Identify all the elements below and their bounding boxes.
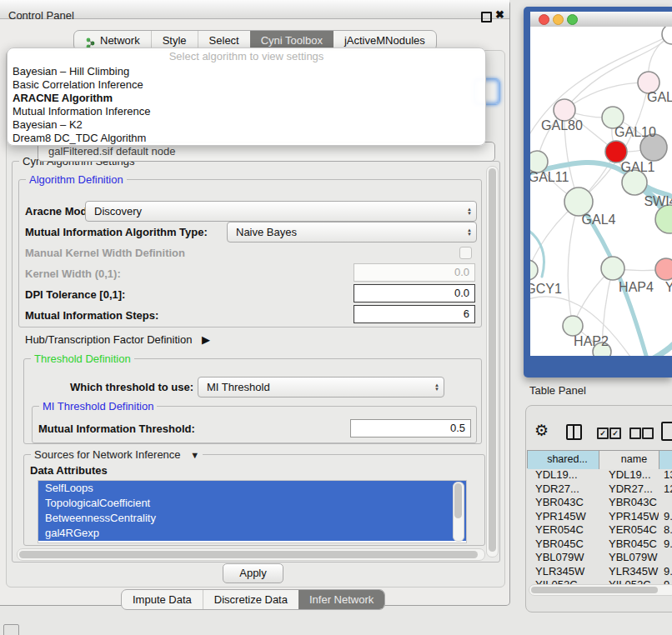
table-cell: YIL052C — [599, 578, 659, 584]
table-hscrollbar-thumb[interactable] — [531, 587, 658, 593]
network-node-hap4[interactable] — [601, 257, 624, 280]
column-divider — [573, 426, 574, 438]
attribute-item-gal4rgexp[interactable]: gal4RGexp — [38, 526, 466, 541]
network-node-label: GAL4 — [582, 212, 616, 227]
gear-icon[interactable]: ⚙ — [534, 421, 549, 440]
network-node-label: GAL1 — [621, 160, 655, 174]
chevron-down-icon: ▼ — [190, 450, 199, 460]
algorithm-item-basic-correlation-inference[interactable]: Basic Correlation Inference — [8, 78, 485, 92]
settings-vscrollbar[interactable] — [486, 166, 499, 558]
combo-arrows-icon: ▲▼ — [430, 383, 444, 392]
table-cell: YDL19... — [599, 468, 659, 482]
network-node-hap2[interactable] — [563, 316, 583, 336]
table-row[interactable]: YLR345WYLR345W9. — [527, 565, 672, 579]
network-node-unlabeled[interactable] — [655, 205, 672, 233]
cyni-mode-tabbar: Impute DataDiscretize DataInfer Network — [121, 589, 385, 610]
zoom-traffic-icon[interactable] — [567, 14, 578, 25]
algorithm-item-aracne-algorithm[interactable]: ARACNE Algorithm — [8, 92, 485, 105]
mi-threshold-field[interactable]: 0.5 — [350, 419, 471, 438]
settings-hscrollbar[interactable] — [17, 548, 485, 561]
table-body: YDL19...YDL19...13YDR27...YDR27...12YBR0… — [527, 468, 672, 584]
table-cell: YBR043C — [527, 496, 599, 510]
apply-button[interactable]: Apply — [223, 563, 283, 583]
table-row[interactable]: YDL19...YDL19...13 — [527, 468, 672, 482]
tab-infer-network[interactable]: Infer Network — [298, 590, 384, 609]
kernel-width-label: Kernel Width (0,1): — [25, 268, 121, 280]
table-cell: 9. — [659, 538, 672, 552]
table-row[interactable]: YER054CYER054C8. — [527, 523, 672, 538]
dpi-tolerance-field[interactable]: 0.0 — [354, 284, 475, 302]
network-node-gal4[interactable] — [564, 188, 593, 216]
network-window-titlebar[interactable] — [530, 12, 672, 28]
hub-definition-toggle[interactable]: Hub/Transcription Factor Definition ▶ — [25, 333, 210, 346]
table-cell: YLR345W — [599, 565, 659, 579]
column-header-a[interactable]: A — [659, 451, 672, 469]
network-node-gcy1[interactable] — [530, 260, 538, 280]
sources-legend[interactable]: Sources for Network Inference ▼ — [31, 448, 203, 461]
table-row[interactable]: YIL052CYIL052C9. — [527, 578, 672, 584]
table-row[interactable]: YPR145WYPR145W9. — [527, 510, 672, 524]
table-cell: YDR27... — [527, 482, 599, 497]
table-row[interactable]: YBR045CYBR045C9. — [527, 538, 672, 552]
algorithm-item-dream8-dc-tdc-algorithm[interactable]: Dream8 DC_TDC Algorithm — [8, 132, 485, 145]
column-header-shared[interactable]: shared... — [528, 451, 599, 469]
network-node-label: GAL80 — [541, 118, 583, 132]
deselect-all-checkbox-icon[interactable] — [629, 428, 641, 439]
manual-kernel-checkbox[interactable] — [459, 247, 472, 259]
table-cell: YER054C — [527, 523, 599, 538]
algorithm-list: Bayesian – Hill ClimbingBasic Correlatio… — [8, 65, 485, 145]
algorithm-item-mutual-information-inference[interactable]: Mutual Information Inference — [8, 105, 485, 118]
network-graph[interactable]: GALGAL80GAL10GAL1GAL11SWI4GAL4GCY1HAP4YH… — [530, 27, 672, 356]
table-hscrollbar[interactable] — [529, 584, 672, 596]
table-cell: YIL052C — [527, 578, 599, 584]
attribute-item-selfloops[interactable]: SelfLoops — [38, 481, 466, 496]
table-cell — [659, 551, 672, 565]
table-row[interactable]: YBL079WYBL079W — [527, 551, 672, 565]
table-cell: 8. — [659, 523, 672, 538]
table-row[interactable]: YBR043CYBR043C — [527, 496, 672, 510]
column-header-name[interactable]: name — [599, 451, 659, 469]
which-threshold-combo[interactable]: MI Threshold ▲▼ — [198, 377, 444, 398]
settings-hscrollbar-thumb[interactable] — [19, 551, 478, 558]
table-header-row: shared...nameA — [527, 450, 672, 468]
dock-panel-icon[interactable] — [3, 624, 19, 635]
chevron-right-icon: ▶ — [202, 333, 210, 346]
threshold-definition-legend: Threshold Definition — [31, 352, 134, 365]
table-cell: YDR27... — [599, 482, 659, 497]
kernel-width-field[interactable]: 0.0 — [354, 263, 475, 282]
attribute-item-topologicalcoefficient[interactable]: TopologicalCoefficient — [38, 496, 466, 511]
table-cell: YER054C — [599, 523, 659, 538]
data-attributes-list[interactable]: SelfLoopsTopologicalCoefficientBetweenne… — [38, 480, 467, 543]
algorithm-item-bayesian-hill-climbing[interactable]: Bayesian – Hill Climbing — [8, 65, 485, 78]
aracne-mode-combo[interactable]: Discovery ▲▼ — [85, 201, 477, 222]
network-node-y[interactable] — [655, 258, 672, 280]
mi-threshold-label: Mutual Information Threshold: — [38, 422, 195, 435]
attribute-item-betweennesscentrality[interactable]: BetweennessCentrality — [38, 511, 466, 526]
network-canvas[interactable]: GALGAL80GAL10GAL1GAL11SWI4GAL4GCY1HAP4YH… — [530, 27, 672, 356]
select-all-checkbox-icon[interactable]: ✓ — [597, 428, 609, 439]
select-all-checkbox-icon[interactable]: ✓ — [609, 428, 621, 439]
mi-steps-field[interactable]: 6 — [354, 305, 475, 323]
control-panel-titlebar[interactable] — [0, 0, 509, 19]
network-edge — [568, 202, 579, 326]
close-icon[interactable]: ✖ — [495, 8, 504, 21]
deselect-all-checkbox-icon[interactable] — [642, 428, 654, 439]
algorithm-item-bayesian-k2[interactable]: Bayesian – K2 — [8, 118, 485, 132]
minimize-traffic-icon[interactable] — [553, 14, 564, 25]
mi-type-combo[interactable]: Naive Bayes ▲▼ — [227, 222, 477, 242]
attributes-vscrollbar-thumb[interactable] — [454, 483, 462, 518]
algorithm-definition-legend: Algorithm Definition — [26, 173, 127, 186]
settings-vscrollbar-thumb[interactable] — [489, 168, 496, 552]
export-table-icon[interactable] — [661, 422, 672, 441]
network-node-label: SWI4 — [644, 194, 672, 208]
tab-impute-data[interactable]: Impute Data — [122, 590, 203, 609]
table-cell: YPR145W — [599, 510, 659, 524]
attributes-vscrollbar[interactable] — [453, 482, 464, 542]
close-traffic-icon[interactable] — [539, 14, 549, 25]
tab-discretize-data[interactable]: Discretize Data — [203, 590, 298, 609]
float-window-icon[interactable] — [481, 12, 492, 22]
table-cell: YBL079W — [599, 551, 659, 565]
table-row[interactable]: YDR27...YDR27...12 — [527, 482, 672, 497]
table-cell: 9. — [659, 510, 672, 524]
show-columns-icon[interactable] — [566, 424, 582, 440]
